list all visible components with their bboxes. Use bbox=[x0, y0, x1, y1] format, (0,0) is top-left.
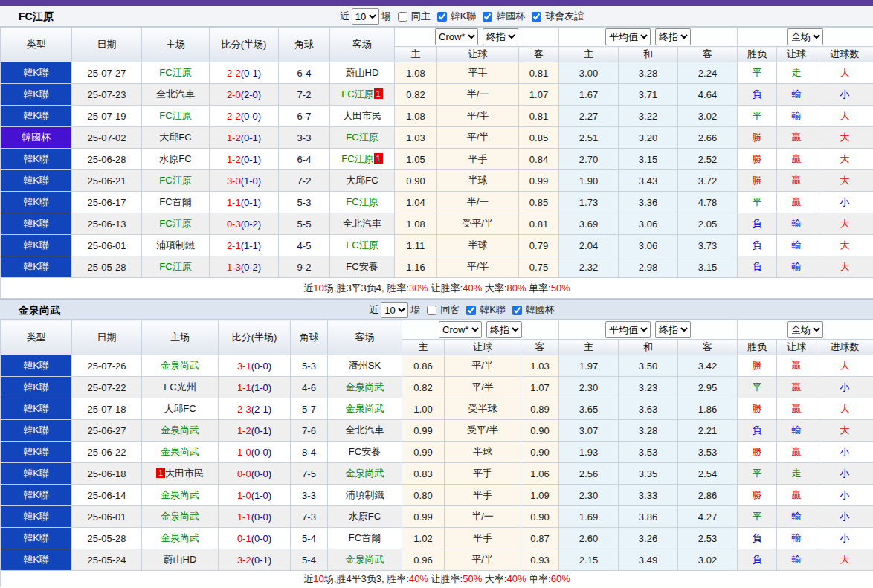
odds-source-select[interactable]: Crow* bbox=[435, 28, 478, 45]
col-header-score: 比分(半场) bbox=[219, 320, 291, 355]
odds-away-cell: 1.86 bbox=[678, 398, 738, 420]
match-row: 韓K聯25-06-01浦項制鐵2-1(1-1)4-5FC江原1.11半球0.79… bbox=[1, 235, 873, 256]
halftime-score: (0-1) bbox=[241, 68, 261, 79]
match-row: 韓K聯25-07-22FC光州1-1(1-0)4-6金泉尚武0.82平/半1.0… bbox=[1, 377, 873, 398]
result-handicap-cell: 贏 bbox=[777, 355, 816, 377]
handicap-home-odds-cell: 1.03 bbox=[395, 127, 437, 149]
scope-select[interactable]: 全场 bbox=[787, 28, 823, 45]
result-handicap-cell: 贏 bbox=[777, 485, 816, 506]
fulltime-score: 1-1 bbox=[237, 382, 251, 393]
halftime-score: (0-0) bbox=[251, 533, 271, 544]
date-cell: 25-07-27 bbox=[72, 62, 142, 84]
fulltime-score: 3-2 bbox=[237, 555, 251, 566]
date-cell: 25-06-18 bbox=[72, 463, 142, 485]
home-team-cell: 全北汽車 bbox=[142, 84, 210, 106]
avg-source-select[interactable]: 平均值 bbox=[605, 28, 651, 45]
matches-body: 韓K聯25-07-26金泉尚武3-1(0-0)5-3濟州SK0.86平/半1.0… bbox=[1, 355, 873, 571]
match-row: 韓K聯25-07-27FC江原2-2(0-1)6-4蔚山HD1.08平手0.81… bbox=[1, 62, 873, 84]
odds-home-cell: 2.30 bbox=[559, 485, 619, 506]
subcol-res-ah: 让球 bbox=[777, 47, 816, 62]
fulltime-score: 1-0 bbox=[237, 447, 251, 458]
handicap-away-odds-cell: 0.81 bbox=[519, 213, 559, 235]
league-cell: 韓K聯 bbox=[1, 256, 72, 278]
corners-cell: 8-4 bbox=[291, 442, 328, 463]
handicap-away-odds-cell: 1.06 bbox=[521, 463, 559, 485]
filter-checkbox-球會友誼[interactable] bbox=[532, 12, 541, 22]
filter-checkbox-同客[interactable] bbox=[427, 306, 436, 315]
league-cell: 韓K聯 bbox=[1, 506, 72, 528]
filter-checkbox-同主[interactable] bbox=[398, 12, 407, 22]
subcol-res-wdl: 胜负 bbox=[738, 340, 777, 355]
result-handicap-cell: 輸 bbox=[777, 420, 816, 442]
handicap-home-odds-cell: 0.80 bbox=[402, 485, 445, 506]
col-header-home: 主场 bbox=[142, 320, 219, 355]
team-name: FC江原 bbox=[346, 239, 378, 251]
odds-draw-cell: 3.06 bbox=[619, 235, 678, 256]
filter-checkbox-韓國杯[interactable] bbox=[512, 306, 522, 315]
col-header-away: 客场 bbox=[330, 28, 395, 62]
summary-segment: 10 bbox=[313, 282, 323, 294]
match-row: 韓K聯25-05-24蔚山HD3-2(0-1)5-4金泉尚武0.96平/半0.9… bbox=[1, 549, 873, 571]
filter-controls: 近10場同客韓K聯韓國杯 bbox=[25, 300, 873, 320]
result-wdl-cell: 平 bbox=[738, 463, 777, 485]
games-count-select[interactable]: 10 bbox=[381, 302, 408, 318]
corners-cell: 7-2 bbox=[279, 170, 330, 192]
result-goals-cell: 大 bbox=[816, 106, 873, 127]
team-name: 金泉尚武 bbox=[161, 532, 199, 543]
result-handicap-cell: 輸 bbox=[777, 106, 816, 127]
handicap-home-odds-cell: 0.90 bbox=[395, 170, 437, 192]
result-goals-cell: 小 bbox=[816, 192, 873, 213]
odds-away-cell: 2.95 bbox=[678, 377, 738, 398]
match-row: 韓K聯25-06-21FC江原3-0(1-0)7-2大邱FC0.90半球0.99… bbox=[1, 170, 873, 192]
filter-checkbox-label: 韓國杯 bbox=[526, 303, 555, 317]
filter-checkbox-label: 韓K聯 bbox=[451, 10, 477, 23]
summary-row: 近10场,胜4平3负3, 胜率:40% 让胜率:50% 大率:40% 单率:60… bbox=[1, 571, 873, 587]
games-count-select[interactable]: 10 bbox=[352, 8, 379, 25]
result-goals-cell: 大 bbox=[816, 549, 873, 571]
europe-odds-group: 平均值终指 bbox=[559, 320, 738, 340]
corners-cell: 5-4 bbox=[291, 549, 328, 571]
home-team-cell: FC首爾 bbox=[142, 192, 210, 213]
summary-segment: 大率: bbox=[482, 573, 506, 584]
filter-checkbox-韓K聯[interactable] bbox=[437, 12, 447, 22]
team-name: 浦項制鐵 bbox=[156, 239, 195, 251]
odds-time-select[interactable]: 终指 bbox=[486, 321, 522, 338]
subcol-eu-away: 客 bbox=[678, 47, 738, 62]
filter-checkbox-韓K聯[interactable] bbox=[466, 306, 476, 315]
scope-select[interactable]: 全场 bbox=[787, 321, 823, 338]
fulltime-score: 1-3 bbox=[227, 262, 241, 273]
odds-away-cell: 2.86 bbox=[678, 485, 738, 506]
corners-cell: 5-4 bbox=[291, 528, 328, 549]
odds-home-cell: 2.70 bbox=[559, 149, 619, 170]
team-name: 金泉尚武 bbox=[161, 511, 199, 522]
avg-time-select[interactable]: 终指 bbox=[655, 28, 691, 45]
fulltime-score: 2-0 bbox=[227, 89, 241, 100]
result-handicap-cell: 輸 bbox=[777, 84, 816, 106]
home-team-cell: 蔚山HD bbox=[142, 549, 219, 571]
summary-segment: 40% bbox=[506, 573, 526, 584]
odds-home-cell: 2.15 bbox=[559, 549, 619, 571]
odds-time-select[interactable]: 终指 bbox=[483, 28, 518, 45]
handicap-line-cell: 半/一 bbox=[437, 84, 519, 106]
filter-checkbox-韓國杯[interactable] bbox=[483, 12, 492, 22]
avg-time-select[interactable]: 终指 bbox=[655, 321, 691, 338]
team-name: 金泉尚武 bbox=[346, 468, 384, 479]
league-cell: 韓K聯 bbox=[1, 170, 72, 192]
section-title-bar: FC江原 近10場同主韓K聯韓國杯球會友誼 bbox=[0, 6, 873, 27]
team-name: 金泉尚武 bbox=[161, 446, 199, 457]
away-team-cell: FC首爾 bbox=[328, 528, 402, 549]
odds-draw-cell: 3.15 bbox=[619, 149, 678, 170]
team-name: 濟州SK bbox=[349, 360, 381, 371]
team-name: 浦項制鐵 bbox=[346, 489, 384, 500]
league-cell: 韓K聯 bbox=[1, 62, 72, 84]
result-wdl-cell: 負 bbox=[738, 420, 777, 442]
result-wdl-cell: 勝 bbox=[738, 170, 777, 192]
team-name: 全北汽車 bbox=[343, 218, 381, 229]
avg-source-select[interactable]: 平均值 bbox=[605, 321, 651, 338]
fulltime-score: 1-2 bbox=[237, 425, 251, 436]
subcol-ah-line: 让球 bbox=[445, 340, 521, 355]
odds-source-select[interactable]: Crow* bbox=[439, 321, 482, 338]
halftime-score: (0-0) bbox=[251, 468, 271, 479]
date-cell: 25-06-01 bbox=[72, 506, 142, 528]
handicap-home-odds-cell: 1.11 bbox=[395, 235, 437, 256]
